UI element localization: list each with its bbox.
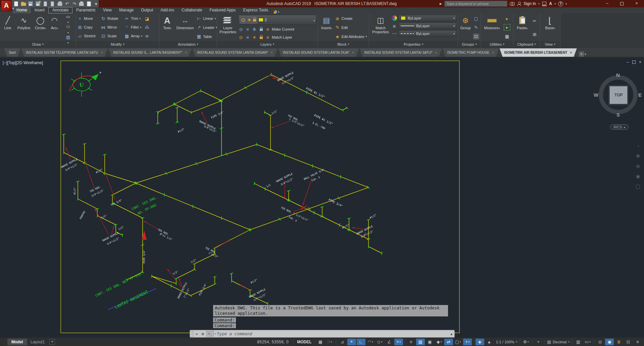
leader-button[interactable]: ↗Leader <box>196 25 217 30</box>
array-button[interactable]: ▦Array <box>124 34 143 39</box>
status-toggle-workspace-switching[interactable]: ⚙▾ <box>522 339 530 345</box>
polyline-button[interactable]: ∿ Polyline <box>15 14 33 41</box>
infocenter-collapse-icon[interactable]: ▶ <box>440 2 442 5</box>
status-toggle-selection-cycling[interactable]: ▣ <box>426 339 434 345</box>
piping-drawing[interactable]: U <box>0 58 644 338</box>
ribbon-tab-view[interactable]: View <box>99 7 115 13</box>
command-keyboard-icon[interactable]: >_ <box>206 331 214 337</box>
model-space-button[interactable]: MODEL <box>293 339 315 345</box>
viewcube-west[interactable]: W <box>594 92 598 98</box>
layer-unlock-all-icon[interactable] <box>258 35 264 40</box>
color-wheel-icon[interactable] <box>392 15 397 21</box>
open-from-web-icon[interactable] <box>43 1 48 7</box>
tab-overflow-icon[interactable]: ▾ <box>585 53 586 56</box>
new-file-icon[interactable] <box>13 1 19 7</box>
layer-freeze-icon[interactable]: ✲ <box>252 27 257 32</box>
file-tab[interactable]: INSTALASI SOUND S... LANTAI BASEMENT* <box>108 48 192 57</box>
batch-plot-icon[interactable] <box>79 1 84 7</box>
circle-button[interactable]: ◯ Circle <box>33 14 47 41</box>
utilities-panel-caption[interactable]: Utilities <box>481 41 513 47</box>
annotation-panel-caption[interactable]: Annotation <box>159 41 217 47</box>
status-toggle-polar-tracking[interactable]: ◠▾ <box>366 339 375 345</box>
make-current-button[interactable]: ≡Make Current <box>265 27 294 32</box>
status-toggle-selection-filtering[interactable]: ▢▾ <box>454 339 462 345</box>
ribbon-tab-parametric[interactable]: Parametric <box>72 7 99 13</box>
layer-dropdown[interactable]: ⊙ ☀ 2 <box>238 15 316 25</box>
layer-thaw-icon[interactable]: ☀ <box>247 17 251 23</box>
help-icon[interactable]: ? <box>558 1 563 6</box>
quick-select-icon[interactable]: ▸ <box>504 16 510 21</box>
ribbon-tab-insert[interactable]: Insert <box>31 7 48 13</box>
line-button[interactable]: ╱ Line <box>1 14 14 41</box>
orbit-icon[interactable]: ◉ <box>636 173 640 179</box>
layer-isolate-icon[interactable]: ≡ <box>245 27 250 32</box>
customize-quick-access-icon[interactable]: ▾ <box>93 1 99 7</box>
groups-panel-caption[interactable]: Groups <box>458 41 481 47</box>
viewport-controls[interactable]: [−][Top][2D Wireframe] <box>3 60 43 65</box>
command-grip[interactable] <box>190 330 194 337</box>
file-tab[interactable]: INSTALASI SISTIM TELEPHONE LANTAI SATU <box>21 48 108 57</box>
match-properties-button[interactable]: ◫ Match Properties <box>370 14 391 41</box>
status-toggle-object-snap[interactable]: ×▾ <box>394 339 403 345</box>
sign-in-dropdown-icon[interactable]: ▾ <box>538 2 540 5</box>
edit-block-button[interactable]: ✎Edit <box>335 25 348 30</box>
pan-icon[interactable]: ✥ <box>636 153 640 159</box>
stretch-button[interactable]: ▱Stretch <box>77 34 99 39</box>
measure-button[interactable]: Measure <box>482 14 502 41</box>
cut-icon[interactable]: ✂ <box>532 18 537 24</box>
model-tab[interactable]: Model <box>7 339 27 345</box>
match-layer-button[interactable]: ≡Match Layer <box>265 35 292 40</box>
copy-clip-icon[interactable]: ⊞ <box>532 32 537 37</box>
command-input[interactable] <box>216 331 451 337</box>
block-panel-caption[interactable]: Block <box>318 41 369 47</box>
move-button[interactable]: +Move <box>77 16 99 21</box>
linear-button[interactable]: ⊢Linear <box>196 16 216 21</box>
command-line[interactable]: ✕ ⚙ >_ ▾ ▲ <box>190 330 455 338</box>
search-icon[interactable] <box>510 2 515 5</box>
edit-attributes-button[interactable]: ◈Edit Attributes <box>335 34 367 39</box>
status-toggle-3d-object-snap[interactable]: ◆▾ <box>435 339 444 345</box>
ribbon-tab-collaborate[interactable]: Collaborate <box>178 7 206 13</box>
file-tab[interactable]: INSTALASI SOUND SYSTEM LANTAI SATU* <box>359 48 442 57</box>
viewcube-north[interactable]: N <box>616 72 620 78</box>
modify-panel-caption[interactable]: Modify <box>76 41 159 47</box>
file-tab[interactable]: ISOMETRIC PUMP HOUSE <box>443 48 499 57</box>
app-menu-button[interactable]: A▾ <box>1 0 12 11</box>
autodesk-app-icon[interactable]: A <box>549 1 552 6</box>
clipboard-panel-caption[interactable]: Clipboard <box>513 41 540 47</box>
table-button[interactable]: ▦Table <box>196 34 212 39</box>
status-toggle-object-snap-tracking[interactable]: ∠ <box>385 339 394 345</box>
erase-icon[interactable]: ◪ <box>144 16 150 21</box>
layer-thaw-all-icon[interactable]: ☀ <box>252 35 257 40</box>
close-button[interactable]: × <box>629 0 644 7</box>
explode-icon[interactable]: ⁂ <box>144 25 150 30</box>
ribbon-tab-home[interactable]: Home <box>13 7 31 13</box>
mirror-button[interactable]: ⋈Mirror <box>101 25 123 30</box>
ellipse-icon[interactable]: ⬭ <box>65 24 71 35</box>
showmotion-icon[interactable]: ▢ <box>636 183 640 189</box>
status-toggle-quick-properties[interactable]: ▥ <box>574 339 583 345</box>
arc-button[interactable]: ◠ Arc <box>48 14 61 41</box>
status-toggle-infer-constraints[interactable]: ⊿ <box>338 339 347 345</box>
status-toggle-gizmo[interactable]: +▾ <box>463 339 472 345</box>
plot-preview-icon[interactable] <box>86 1 92 7</box>
drawing-canvas[interactable]: [−][Top][2D Wireframe] – × U SWAGE NIPPL… <box>0 58 644 338</box>
ribbon-tab-manage[interactable]: Manage <box>115 7 137 13</box>
insert-button[interactable]: ▤ Insert <box>319 14 334 41</box>
close-icon[interactable] <box>352 48 354 57</box>
group-edit-icon[interactable]: ✎ <box>474 25 479 30</box>
select-similar-icon[interactable]: ▸ <box>504 25 510 30</box>
status-toggle-ortho-mode[interactable]: ∟ <box>357 339 365 345</box>
status-toggle-units[interactable]: ▤Decimal▾ <box>546 339 570 345</box>
status-toggle-snap-mode[interactable]: ∷▾ <box>326 339 334 345</box>
fillet-button[interactable]: ◜Fillet <box>124 25 143 30</box>
file-tab[interactable]: INSTALASI SOUND SYSTEM LANTAI DASAR* <box>192 48 278 57</box>
file-tab[interactable]: INSTALASI SOUND SYSTEM LANTAI DUA* <box>278 48 359 57</box>
drawing-minimize-icon[interactable]: – <box>627 60 629 64</box>
layer-lock-icon[interactable] <box>258 27 264 32</box>
status-toggle-tray-settings[interactable]: ≣ <box>614 339 623 345</box>
quick-calculator-icon[interactable]: ▦ <box>504 34 510 39</box>
status-toggle-object-isolate[interactable]: ◎ <box>596 339 604 345</box>
close-icon[interactable] <box>101 48 103 57</box>
layer-unisolate-icon[interactable]: ⊙ <box>238 35 244 40</box>
